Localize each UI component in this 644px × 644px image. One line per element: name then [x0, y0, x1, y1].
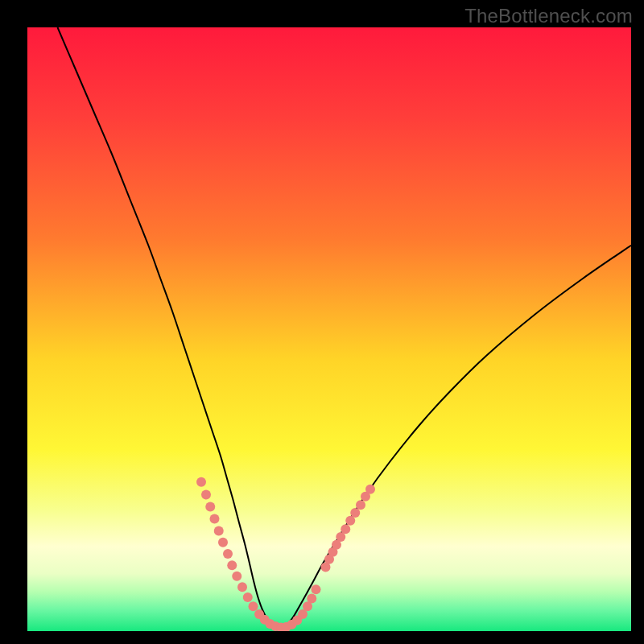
- overlay-point: [356, 500, 365, 510]
- overlay-point: [227, 560, 237, 570]
- overlay-point: [350, 508, 360, 518]
- overlay-point: [205, 502, 215, 512]
- overlay-point: [365, 485, 375, 494]
- overlay-point: [218, 538, 228, 547]
- chart-plot: [27, 27, 631, 631]
- overlay-point: [196, 477, 206, 487]
- overlay-point: [307, 594, 316, 604]
- overlay-point: [214, 526, 224, 536]
- overlay-point: [210, 514, 220, 524]
- watermark-text: TheBottleneck.com: [464, 5, 633, 27]
- overlay-point: [243, 592, 253, 602]
- overlay-point: [201, 490, 211, 500]
- overlay-point: [312, 584, 321, 594]
- overlay-point: [223, 549, 233, 559]
- chart-svg: [27, 27, 631, 631]
- overlay-point: [249, 601, 258, 611]
- gradient-background: [27, 27, 631, 631]
- overlay-point: [341, 524, 350, 534]
- frame: TheBottleneck.com: [0, 0, 644, 644]
- overlay-point: [232, 572, 242, 581]
- overlay-point: [237, 582, 247, 592]
